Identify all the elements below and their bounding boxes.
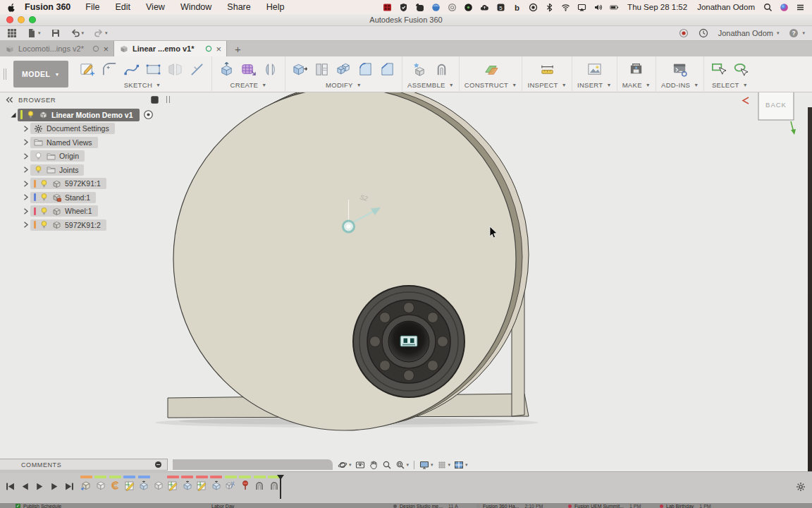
viewports-tool[interactable]: ▾ — [453, 459, 469, 471]
workspace-selector[interactable]: MODEL ▼ — [13, 61, 68, 87]
ribbon-group-label[interactable]: SKETCH▼ — [78, 80, 207, 90]
browser-row-5972k91-2[interactable]: 5972K91:2 — [1, 219, 173, 231]
browser-row-named-views[interactable]: Named Views — [1, 136, 173, 148]
record-menubar-icon[interactable] — [529, 3, 538, 12]
fillet-solid-icon[interactable] — [356, 60, 375, 79]
expand-chevron-icon[interactable] — [21, 193, 30, 202]
shield-menubar-icon[interactable] — [399, 3, 408, 12]
app-grid-button[interactable] — [7, 28, 17, 38]
split-face-icon[interactable] — [312, 60, 331, 79]
menu-window[interactable]: Window — [173, 2, 219, 12]
ribbon-group-label[interactable]: MAKE▼ — [622, 80, 651, 90]
rectangle-icon[interactable] — [144, 60, 163, 79]
revolve-icon[interactable] — [261, 60, 280, 79]
insert-image-icon[interactable] — [585, 60, 604, 79]
timeline-feature-extrude[interactable] — [180, 476, 195, 491]
window-titlebar[interactable]: Autodesk Fusion 360 — [0, 14, 812, 26]
menu-edit[interactable]: Edit — [107, 2, 138, 12]
spline-icon[interactable] — [122, 60, 141, 79]
airplay-menubar-icon[interactable] — [577, 3, 586, 12]
browser-row-stand-1[interactable]: Stand:1 — [1, 191, 173, 203]
browser-item[interactable]: 5972K91:1 — [30, 178, 106, 189]
bee-menubar-icon[interactable]: b — [512, 3, 522, 12]
expand-chevron-icon[interactable] — [21, 207, 30, 216]
browser-row-document-settings[interactable]: Document Settings — [1, 123, 173, 135]
timeline-feature-extrude[interactable] — [209, 476, 224, 491]
redo-button[interactable]: ▾ — [94, 28, 108, 38]
new-tab-button[interactable]: + — [227, 41, 249, 56]
timeline-settings-gear-icon[interactable] — [796, 482, 806, 492]
apple-menu-icon[interactable] — [7, 3, 16, 12]
fillet-icon[interactable] — [100, 60, 119, 79]
taskbar-entry[interactable]: Design Studio me...11 A — [393, 504, 458, 508]
measure-icon[interactable] — [538, 60, 557, 79]
visibility-bulb-icon[interactable] — [39, 220, 49, 229]
ribbon-group-label[interactable]: CREATE▼ — [217, 80, 280, 90]
ribbon-group-label[interactable]: CONSTRUCT▼ — [465, 80, 517, 90]
browser-item[interactable]: Origin — [30, 150, 85, 162]
orbit-tool[interactable]: ▾ — [336, 459, 353, 471]
grid-tool[interactable]: ▾ — [436, 459, 453, 471]
step-forward-button[interactable] — [50, 482, 59, 491]
timeline-feature-extrude[interactable] — [137, 476, 152, 491]
joint-icon[interactable] — [432, 60, 451, 79]
five-menubar-icon[interactable]: 5 — [496, 3, 505, 12]
ribbon-group-label[interactable]: SELECT▼ — [709, 80, 750, 90]
taskbar-entry[interactable]: Fusion UEM Summit...1 PM — [568, 504, 641, 508]
menubar-clock[interactable]: Thu Sep 28 1:52 — [626, 3, 689, 11]
browser-row-origin[interactable]: Origin — [1, 150, 173, 162]
expand-chevron-icon[interactable] — [21, 165, 30, 174]
volume-menubar-icon[interactable] — [593, 3, 603, 12]
timeline-feature-body[interactable] — [94, 476, 109, 491]
evernote-menubar-icon[interactable] — [415, 3, 424, 12]
menu-file[interactable]: File — [78, 2, 107, 12]
undo-button[interactable]: ▾ — [70, 28, 85, 38]
cloud-menubar-icon[interactable] — [480, 3, 489, 12]
user-account-menu[interactable]: Jonathan Odom▾ — [718, 29, 780, 37]
timeline-marker[interactable] — [276, 475, 285, 499]
siri-icon[interactable] — [780, 3, 789, 12]
ribbon-group-label[interactable]: MODIFY▼ — [290, 80, 397, 90]
browser-item[interactable]: Document Settings — [30, 123, 115, 134]
timeline-feature-coil[interactable] — [108, 476, 123, 491]
document-tab-1[interactable]: Locomoti...ings v2*× — [0, 41, 114, 56]
wifi-menubar-icon[interactable] — [561, 3, 570, 12]
close-tab-icon[interactable]: × — [216, 44, 221, 54]
ribbon-group-label[interactable]: ADD-INS▼ — [661, 80, 699, 90]
battery-menubar-icon[interactable] — [610, 3, 619, 12]
taskbar-entry[interactable]: Fusion 360 Ha...2:10 PM — [476, 504, 543, 508]
trim-icon[interactable] — [187, 60, 207, 79]
list-icon[interactable] — [796, 3, 805, 12]
press-pull-icon[interactable] — [290, 60, 309, 79]
create-sketch-icon[interactable] — [78, 60, 97, 79]
menubar-app-name[interactable]: Fusion 360 — [25, 2, 70, 12]
zoom-tool[interactable] — [381, 459, 393, 471]
browser-item[interactable]: 5972K91:2 — [30, 219, 106, 231]
root-component[interactable]: Linear Motion Demo v1 — [18, 109, 140, 121]
lasso-select-icon[interactable] — [731, 60, 750, 79]
ribbon-group-label[interactable]: INSPECT▼ — [527, 80, 567, 90]
browser-row-joints[interactable]: Joints — [1, 164, 173, 176]
plane-icon[interactable] — [481, 60, 500, 79]
ribbon-group-label[interactable]: ASSEMBLE▼ — [407, 80, 454, 90]
chamfer-icon[interactable] — [378, 60, 397, 79]
save-button[interactable] — [51, 28, 61, 38]
go-to-end-button[interactable] — [65, 482, 74, 491]
menu-help[interactable]: Help — [259, 2, 293, 12]
collapse-panel-icon[interactable] — [5, 95, 14, 104]
panel-grip[interactable] — [166, 96, 170, 103]
menu-view[interactable]: View — [138, 2, 173, 12]
timeline-feature-joint[interactable] — [252, 476, 267, 491]
document-tab-2[interactable]: Linear ...emo v1*× — [114, 41, 227, 56]
file-new-button[interactable]: ▾ — [27, 28, 41, 38]
print-3d-icon[interactable] — [627, 60, 646, 79]
expand-chevron-icon[interactable] — [21, 220, 30, 229]
expand-chevron-icon[interactable] — [21, 124, 30, 133]
browser-item[interactable]: Wheel:1 — [30, 205, 98, 217]
timeline-feature-component[interactable] — [79, 476, 94, 491]
comments-collapse-icon[interactable] — [155, 461, 161, 468]
timeline-feature-sketch[interactable] — [123, 476, 137, 491]
visibility-bulb-icon[interactable] — [39, 207, 49, 216]
comments-bar[interactable]: COMMENTS — [0, 459, 168, 471]
screen-record-button[interactable] — [679, 28, 689, 38]
